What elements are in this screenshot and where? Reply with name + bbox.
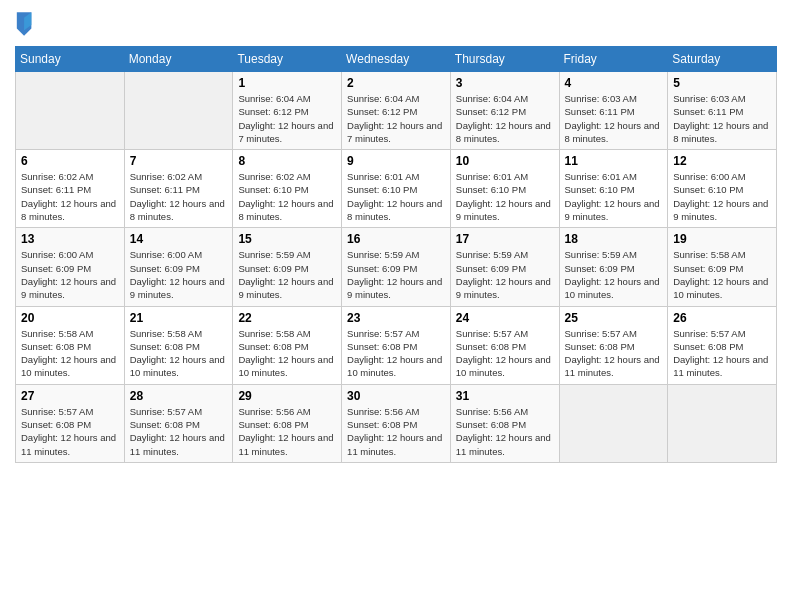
day-info: Sunrise: 6:00 AMSunset: 6:09 PMDaylight:… (21, 248, 119, 301)
calendar-cell (559, 384, 668, 462)
calendar-cell: 22Sunrise: 5:58 AMSunset: 6:08 PMDayligh… (233, 306, 342, 384)
day-number: 27 (21, 389, 119, 403)
day-number: 9 (347, 154, 445, 168)
calendar-cell (668, 384, 777, 462)
calendar-cell: 23Sunrise: 5:57 AMSunset: 6:08 PMDayligh… (342, 306, 451, 384)
day-number: 12 (673, 154, 771, 168)
calendar-cell: 12Sunrise: 6:00 AMSunset: 6:10 PMDayligh… (668, 150, 777, 228)
calendar-cell: 11Sunrise: 6:01 AMSunset: 6:10 PMDayligh… (559, 150, 668, 228)
calendar-week-2: 6Sunrise: 6:02 AMSunset: 6:11 PMDaylight… (16, 150, 777, 228)
day-number: 21 (130, 311, 228, 325)
day-of-week-saturday: Saturday (668, 47, 777, 72)
day-number: 17 (456, 232, 554, 246)
calendar-cell: 10Sunrise: 6:01 AMSunset: 6:10 PMDayligh… (450, 150, 559, 228)
calendar-cell: 18Sunrise: 5:59 AMSunset: 6:09 PMDayligh… (559, 228, 668, 306)
day-number: 11 (565, 154, 663, 168)
day-number: 13 (21, 232, 119, 246)
day-number: 19 (673, 232, 771, 246)
calendar-cell: 29Sunrise: 5:56 AMSunset: 6:08 PMDayligh… (233, 384, 342, 462)
calendar-cell: 16Sunrise: 5:59 AMSunset: 6:09 PMDayligh… (342, 228, 451, 306)
day-number: 16 (347, 232, 445, 246)
calendar-cell: 30Sunrise: 5:56 AMSunset: 6:08 PMDayligh… (342, 384, 451, 462)
day-number: 20 (21, 311, 119, 325)
day-info: Sunrise: 5:58 AMSunset: 6:09 PMDaylight:… (673, 248, 771, 301)
calendar-cell: 15Sunrise: 5:59 AMSunset: 6:09 PMDayligh… (233, 228, 342, 306)
day-info: Sunrise: 5:59 AMSunset: 6:09 PMDaylight:… (456, 248, 554, 301)
day-info: Sunrise: 6:01 AMSunset: 6:10 PMDaylight:… (347, 170, 445, 223)
calendar-cell: 17Sunrise: 5:59 AMSunset: 6:09 PMDayligh… (450, 228, 559, 306)
calendar-cell: 14Sunrise: 6:00 AMSunset: 6:09 PMDayligh… (124, 228, 233, 306)
calendar-cell: 28Sunrise: 5:57 AMSunset: 6:08 PMDayligh… (124, 384, 233, 462)
day-info: Sunrise: 5:57 AMSunset: 6:08 PMDaylight:… (21, 405, 119, 458)
day-info: Sunrise: 5:59 AMSunset: 6:09 PMDaylight:… (347, 248, 445, 301)
calendar-week-4: 20Sunrise: 5:58 AMSunset: 6:08 PMDayligh… (16, 306, 777, 384)
calendar-cell (16, 72, 125, 150)
day-of-week-sunday: Sunday (16, 47, 125, 72)
day-of-week-thursday: Thursday (450, 47, 559, 72)
calendar-cell: 31Sunrise: 5:56 AMSunset: 6:08 PMDayligh… (450, 384, 559, 462)
day-info: Sunrise: 5:57 AMSunset: 6:08 PMDaylight:… (673, 327, 771, 380)
day-number: 7 (130, 154, 228, 168)
day-number: 28 (130, 389, 228, 403)
day-number: 3 (456, 76, 554, 90)
calendar-cell: 2Sunrise: 6:04 AMSunset: 6:12 PMDaylight… (342, 72, 451, 150)
calendar-week-5: 27Sunrise: 5:57 AMSunset: 6:08 PMDayligh… (16, 384, 777, 462)
day-number: 8 (238, 154, 336, 168)
calendar-cell: 9Sunrise: 6:01 AMSunset: 6:10 PMDaylight… (342, 150, 451, 228)
calendar-cell (124, 72, 233, 150)
day-number: 31 (456, 389, 554, 403)
day-info: Sunrise: 6:02 AMSunset: 6:10 PMDaylight:… (238, 170, 336, 223)
day-number: 29 (238, 389, 336, 403)
day-number: 4 (565, 76, 663, 90)
day-info: Sunrise: 6:01 AMSunset: 6:10 PMDaylight:… (565, 170, 663, 223)
calendar-table: SundayMondayTuesdayWednesdayThursdayFrid… (15, 46, 777, 463)
day-info: Sunrise: 6:03 AMSunset: 6:11 PMDaylight:… (673, 92, 771, 145)
calendar-cell: 8Sunrise: 6:02 AMSunset: 6:10 PMDaylight… (233, 150, 342, 228)
day-info: Sunrise: 5:56 AMSunset: 6:08 PMDaylight:… (238, 405, 336, 458)
day-number: 2 (347, 76, 445, 90)
calendar-cell: 24Sunrise: 5:57 AMSunset: 6:08 PMDayligh… (450, 306, 559, 384)
day-info: Sunrise: 5:58 AMSunset: 6:08 PMDaylight:… (238, 327, 336, 380)
calendar-cell: 27Sunrise: 5:57 AMSunset: 6:08 PMDayligh… (16, 384, 125, 462)
day-number: 5 (673, 76, 771, 90)
day-info: Sunrise: 5:56 AMSunset: 6:08 PMDaylight:… (456, 405, 554, 458)
calendar-cell: 1Sunrise: 6:04 AMSunset: 6:12 PMDaylight… (233, 72, 342, 150)
day-info: Sunrise: 5:58 AMSunset: 6:08 PMDaylight:… (21, 327, 119, 380)
calendar-week-3: 13Sunrise: 6:00 AMSunset: 6:09 PMDayligh… (16, 228, 777, 306)
day-number: 30 (347, 389, 445, 403)
day-number: 18 (565, 232, 663, 246)
logo (15, 10, 37, 38)
day-of-week-tuesday: Tuesday (233, 47, 342, 72)
day-info: Sunrise: 5:57 AMSunset: 6:08 PMDaylight:… (130, 405, 228, 458)
calendar-week-1: 1Sunrise: 6:04 AMSunset: 6:12 PMDaylight… (16, 72, 777, 150)
day-info: Sunrise: 5:57 AMSunset: 6:08 PMDaylight:… (456, 327, 554, 380)
calendar-cell: 26Sunrise: 5:57 AMSunset: 6:08 PMDayligh… (668, 306, 777, 384)
day-number: 26 (673, 311, 771, 325)
day-of-week-monday: Monday (124, 47, 233, 72)
calendar-cell: 25Sunrise: 5:57 AMSunset: 6:08 PMDayligh… (559, 306, 668, 384)
day-number: 22 (238, 311, 336, 325)
calendar-cell: 3Sunrise: 6:04 AMSunset: 6:12 PMDaylight… (450, 72, 559, 150)
day-of-week-wednesday: Wednesday (342, 47, 451, 72)
day-info: Sunrise: 6:02 AMSunset: 6:11 PMDaylight:… (130, 170, 228, 223)
calendar-cell: 6Sunrise: 6:02 AMSunset: 6:11 PMDaylight… (16, 150, 125, 228)
day-info: Sunrise: 5:56 AMSunset: 6:08 PMDaylight:… (347, 405, 445, 458)
calendar-cell: 4Sunrise: 6:03 AMSunset: 6:11 PMDaylight… (559, 72, 668, 150)
day-number: 24 (456, 311, 554, 325)
day-info: Sunrise: 6:04 AMSunset: 6:12 PMDaylight:… (456, 92, 554, 145)
day-info: Sunrise: 6:00 AMSunset: 6:09 PMDaylight:… (130, 248, 228, 301)
day-info: Sunrise: 6:04 AMSunset: 6:12 PMDaylight:… (347, 92, 445, 145)
day-number: 1 (238, 76, 336, 90)
calendar-cell: 7Sunrise: 6:02 AMSunset: 6:11 PMDaylight… (124, 150, 233, 228)
calendar-cell: 20Sunrise: 5:58 AMSunset: 6:08 PMDayligh… (16, 306, 125, 384)
day-info: Sunrise: 6:04 AMSunset: 6:12 PMDaylight:… (238, 92, 336, 145)
day-number: 6 (21, 154, 119, 168)
day-info: Sunrise: 5:57 AMSunset: 6:08 PMDaylight:… (565, 327, 663, 380)
day-info: Sunrise: 5:57 AMSunset: 6:08 PMDaylight:… (347, 327, 445, 380)
day-info: Sunrise: 6:03 AMSunset: 6:11 PMDaylight:… (565, 92, 663, 145)
day-info: Sunrise: 5:59 AMSunset: 6:09 PMDaylight:… (238, 248, 336, 301)
page: SundayMondayTuesdayWednesdayThursdayFrid… (0, 0, 792, 612)
calendar-header-row: SundayMondayTuesdayWednesdayThursdayFrid… (16, 47, 777, 72)
day-info: Sunrise: 6:02 AMSunset: 6:11 PMDaylight:… (21, 170, 119, 223)
day-info: Sunrise: 5:58 AMSunset: 6:08 PMDaylight:… (130, 327, 228, 380)
